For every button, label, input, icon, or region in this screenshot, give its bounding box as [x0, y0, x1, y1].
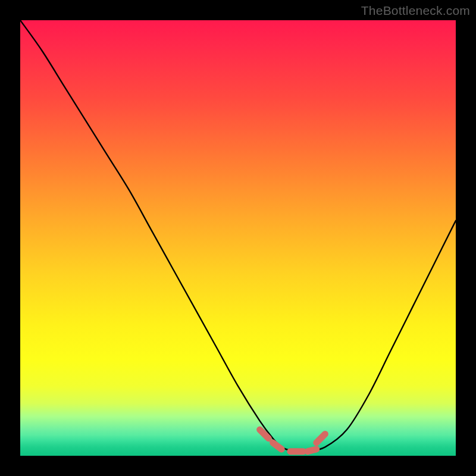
chart-frame: TheBottleneck.com: [0, 0, 476, 476]
watermark-text: TheBottleneck.com: [361, 4, 470, 18]
curve-layer: [20, 20, 456, 456]
minimum-marker: [260, 430, 325, 452]
bottleneck-curve: [20, 20, 456, 452]
plot-area: [20, 20, 456, 456]
